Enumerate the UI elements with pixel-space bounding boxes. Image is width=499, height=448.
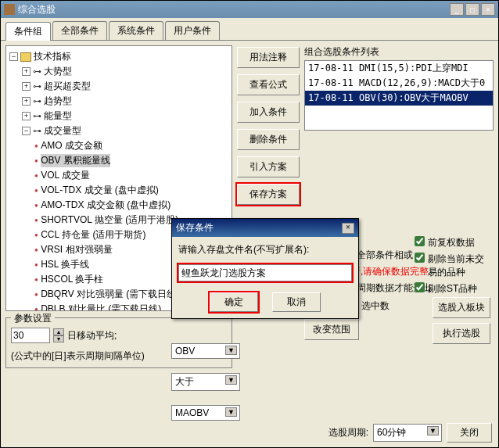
tree-item-label[interactable]: AMO-TDX 成交金额 (盘中虚拟)	[41, 199, 171, 212]
tree-item-label[interactable]: SHORTVOL 抛空量 (适用于港股)	[41, 213, 178, 227]
usage-button[interactable]: 用法注释	[237, 47, 300, 68]
change-range-button[interactable]: 改变范围	[304, 319, 359, 340]
window-title: 综合选股	[18, 3, 450, 16]
link-icon: ⊶	[33, 66, 41, 77]
bullet-icon: ●	[34, 217, 38, 224]
dialog-title: 保存条件	[176, 221, 342, 235]
save-dialog: 保存条件 × 请输入存盘文件名(不写扩展名): 确定 取消	[171, 218, 359, 319]
maximize-button[interactable]: □	[465, 3, 479, 16]
delete-condition-button[interactable]: 删除条件	[237, 129, 300, 150]
bullet-icon: ●	[34, 172, 38, 179]
tree-item-label[interactable]: HSCOL 换手柱	[41, 273, 103, 286]
cycle-select[interactable]: 60分钟	[373, 424, 442, 442]
bullet-icon: ●	[34, 157, 38, 164]
list-item[interactable]: 17-08-11 OBV(30):OBV大于MAOBV	[305, 91, 493, 106]
check-exclude-nontrading[interactable]: 剔除当前未交易的品种	[415, 253, 490, 279]
tree-group-label[interactable]: 趋势型	[44, 95, 72, 108]
dialog-titlebar: 保存条件 ×	[172, 219, 358, 237]
tree-collapse-icon[interactable]: −	[22, 127, 31, 135]
value-select[interactable]: MAOBV	[171, 405, 240, 421]
close-button-bottom[interactable]: 关闭	[447, 423, 492, 443]
condition-list[interactable]: 17-08-11 DMI(15,5):PDI上穿MDI 17-08-11 MAC…	[304, 60, 494, 131]
link-icon: ⊶	[33, 126, 41, 136]
tree-item-label[interactable]: VRSI 相对强弱量	[41, 243, 112, 256]
minimize-button[interactable]: _	[450, 3, 464, 16]
bullet-icon: ●	[34, 246, 38, 253]
select-to-block-button[interactable]: 选股入板块	[433, 297, 490, 318]
tree-group-label[interactable]: 超买超卖型	[44, 80, 91, 93]
tree-item-label[interactable]: DBQRV 对比强弱量 (需下载日线)	[41, 288, 179, 301]
check-forward-adjust[interactable]: 前复权数据	[415, 236, 490, 249]
tree-expand-icon[interactable]: +	[22, 97, 31, 106]
bullet-icon: ●	[34, 261, 38, 268]
cycle-label: 选股周期:	[328, 426, 368, 439]
tree-expand-icon[interactable]: +	[22, 82, 31, 91]
bullet-icon: ●	[34, 202, 38, 209]
bullet-icon: ●	[34, 142, 38, 149]
execute-selection-button[interactable]: 执行选股	[433, 323, 490, 344]
view-formula-button[interactable]: 查看公式	[237, 74, 300, 95]
list-item[interactable]: 17-08-11 MACD(12,26,9):MACD大于0	[305, 76, 493, 91]
tree-item-label[interactable]: OBV 累积能量线	[41, 154, 110, 167]
dialog-cancel-button[interactable]: 取消	[272, 292, 321, 312]
tree-collapse-icon[interactable]: −	[9, 52, 18, 61]
tree-item-label[interactable]: VOL-TDX 成交量 (盘中虚拟)	[41, 184, 159, 197]
param-spinner[interactable]: ▲ ▼	[53, 328, 64, 342]
tab-system-conditions[interactable]: 系统条件	[109, 21, 163, 40]
dialog-ok-button[interactable]: 确定	[210, 292, 258, 312]
bullet-icon: ●	[34, 231, 38, 238]
link-icon: ⊶	[33, 96, 41, 106]
link-icon: ⊶	[33, 111, 41, 121]
bullet-icon: ●	[34, 306, 38, 311]
tree-item-label[interactable]: HSL 换手线	[41, 258, 89, 271]
tab-all-conditions[interactable]: 全部条件	[52, 21, 107, 40]
tree-group-label[interactable]: 成交量型	[44, 124, 81, 138]
app-icon	[4, 4, 15, 15]
close-button[interactable]: ×	[481, 3, 495, 16]
tree-item-label[interactable]: DBLB 对比量比 (需下载日线)	[41, 303, 161, 311]
tree-group-label[interactable]: 能量型	[44, 109, 72, 123]
dialog-close-button[interactable]: ×	[342, 223, 354, 234]
operator-select[interactable]: 大于	[171, 373, 240, 391]
selected-label: 选中数	[361, 299, 390, 313]
tree-expand-icon[interactable]: +	[22, 112, 31, 120]
folder-icon	[20, 52, 31, 62]
tree-group-label[interactable]: 大势型	[44, 65, 72, 78]
tree-root-label[interactable]: 技术指标	[34, 50, 71, 63]
save-plan-button[interactable]: 保存方案	[237, 184, 300, 205]
add-condition-button[interactable]: 加入条件	[237, 102, 300, 123]
spin-down-icon[interactable]: ▼	[53, 335, 64, 342]
tree-item-label[interactable]: AMO 成交金额	[41, 139, 102, 152]
condition-list-title: 组合选股条件列表	[304, 45, 494, 59]
tree-item-label[interactable]: VOL 成交量	[41, 169, 90, 182]
dialog-filename-input[interactable]	[178, 264, 352, 281]
import-plan-button[interactable]: 引入方案	[237, 156, 300, 177]
tab-bar: 条件组 全部条件 系统条件 用户条件	[1, 18, 498, 41]
tab-condition-group[interactable]: 条件组	[5, 22, 51, 41]
param-title: 参数设置	[11, 312, 55, 325]
tab-user-conditions[interactable]: 用户条件	[165, 21, 220, 40]
check-exclude-st[interactable]: 剔除ST品种	[415, 282, 490, 296]
list-item[interactable]: 17-08-11 DMI(15,5):PDI上穿MDI	[305, 61, 493, 76]
titlebar: 综合选股 _ □ ×	[1, 1, 498, 18]
spin-up-icon[interactable]: ▲	[53, 328, 64, 335]
tree-item-label[interactable]: CCL 持仓量 (适用于期货)	[41, 228, 145, 242]
param-label: 日移动平均;	[67, 329, 117, 342]
bullet-icon: ●	[34, 187, 38, 194]
link-icon: ⊶	[33, 81, 41, 91]
dialog-prompt: 请输入存盘文件名(不写扩展名):	[178, 243, 352, 256]
bullet-icon: ●	[34, 276, 38, 283]
bullet-icon: ●	[34, 291, 38, 298]
tree-expand-icon[interactable]: +	[22, 67, 31, 76]
param-value-input[interactable]	[11, 328, 50, 343]
field-select[interactable]: OBV	[171, 343, 240, 359]
